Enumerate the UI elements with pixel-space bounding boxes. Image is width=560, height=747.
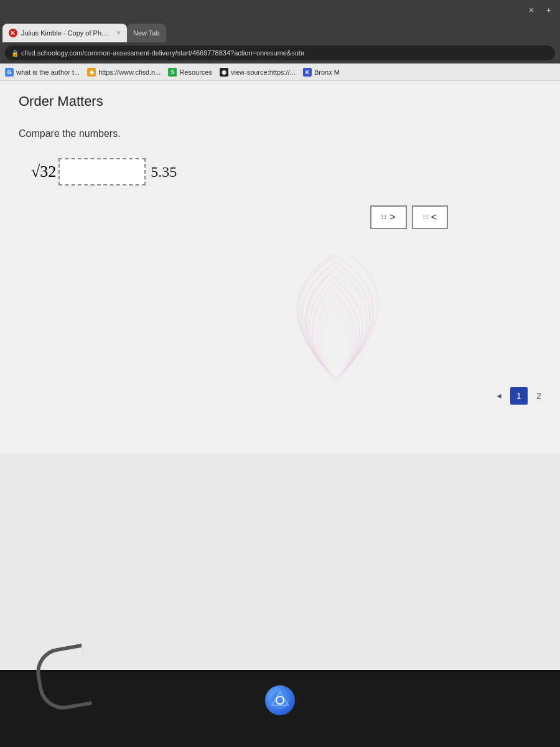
- page-title: Order Matters: [19, 93, 541, 110]
- answer-input-box[interactable]: [58, 158, 146, 186]
- bookmarks-bar: G what is the author t... ◆ https://www.…: [0, 63, 560, 81]
- lock-icon: 🔒: [11, 50, 19, 57]
- pagination-page-1[interactable]: 1: [510, 387, 528, 405]
- tab-favicon-julius: K: [9, 29, 17, 37]
- bookmark-bronx[interactable]: K Bronx M: [303, 68, 340, 77]
- monitor: × + K Julius Kimble - Copy of Phoeni × N…: [0, 0, 560, 672]
- pagination: ◄ 1 2: [490, 387, 548, 405]
- svg-point-2: [277, 697, 283, 703]
- operator-buttons: ∷ > ∷ <: [370, 205, 448, 229]
- tab-new[interactable]: New Tab: [127, 24, 166, 42]
- pagination-prev[interactable]: ◄: [490, 387, 508, 405]
- question-text: Compare the numbers.: [19, 128, 541, 139]
- close-window-button[interactable]: ×: [525, 4, 538, 16]
- bookmark-resources[interactable]: S Resources: [168, 68, 212, 77]
- bookmark-favicon-google: G: [5, 68, 14, 77]
- tab-close-julius[interactable]: ×: [116, 29, 121, 37]
- bookmark-label-2: Resources: [179, 68, 212, 76]
- pagination-page-2[interactable]: 2: [530, 387, 548, 405]
- bookmark-label-0: what is the author t...: [16, 68, 80, 76]
- right-value: 5.35: [151, 164, 177, 181]
- op-dots-left: ∷: [381, 213, 387, 222]
- bookmark-favicon-bronx: K: [303, 68, 312, 77]
- tab-label-new: New Tab: [133, 29, 160, 37]
- browser-chrome: × + K Julius Kimble - Copy of Phoeni × N…: [0, 0, 560, 81]
- bookmark-label-4: Bronx M: [314, 68, 340, 76]
- op-dots-right: ∷: [423, 213, 429, 222]
- bookmark-favicon-viewsource: ◉: [220, 68, 228, 77]
- bookmark-label-1: https://www.cfisd.n...: [98, 68, 161, 76]
- bookmark-favicon-resources: S: [168, 68, 177, 77]
- operator-less-button[interactable]: ∷ <: [412, 205, 448, 229]
- address-text: cfisd.schoology.com/common-assessment-de…: [21, 49, 305, 57]
- wave-decoration: .wave { fill: none; stroke-width: 1.5; }: [243, 255, 429, 380]
- tab-julius[interactable]: K Julius Kimble - Copy of Phoeni ×: [2, 24, 127, 42]
- tab-bar: K Julius Kimble - Copy of Phoeni × New T…: [0, 20, 560, 42]
- new-tab-button[interactable]: +: [543, 4, 555, 16]
- tab-label-julius: Julius Kimble - Copy of Phoeni: [21, 29, 110, 37]
- address-bar-row: 🔒 cfisd.schoology.com/common-assessment-…: [0, 42, 560, 63]
- op-less-label: <: [431, 212, 437, 223]
- sqrt-expression: √32: [31, 162, 56, 181]
- op-greater-label: >: [390, 212, 395, 223]
- bookmark-what-is-author[interactable]: G what is the author t...: [5, 68, 80, 77]
- page-content: Order Matters Compare the numbers. √32 5…: [0, 81, 560, 454]
- bookmark-label-3: view-source:https://...: [231, 68, 296, 76]
- bookmark-cfisd[interactable]: ◆ https://www.cfisd.n...: [87, 68, 161, 77]
- bookmark-favicon-cfisd: ◆: [87, 68, 96, 77]
- title-bar: × +: [0, 0, 560, 20]
- bookmark-view-source[interactable]: ◉ view-source:https://...: [220, 68, 296, 77]
- screen: × + K Julius Kimble - Copy of Phoeni × N…: [0, 0, 560, 670]
- address-bar[interactable]: 🔒 cfisd.schoology.com/common-assessment-…: [5, 45, 555, 60]
- operator-greater-button[interactable]: ∷ >: [370, 205, 406, 229]
- math-expression: √32 5.35: [31, 158, 541, 186]
- chrome-taskbar-icon[interactable]: [265, 685, 295, 715]
